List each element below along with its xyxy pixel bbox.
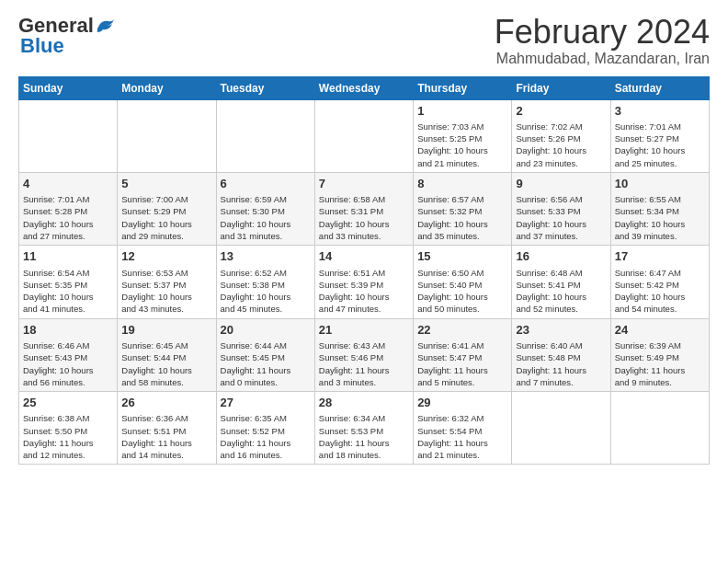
calendar-cell: 7Sunrise: 6:58 AMSunset: 5:31 PMDaylight… — [314, 172, 413, 245]
day-info: Sunrise: 6:59 AMSunset: 5:30 PMDaylight:… — [221, 193, 311, 242]
weekday-header-monday: Monday — [118, 76, 216, 99]
day-info: Sunrise: 6:52 AMSunset: 5:38 PMDaylight:… — [221, 267, 311, 316]
calendar-cell: 1Sunrise: 7:03 AMSunset: 5:25 PMDaylight… — [414, 99, 512, 172]
day-number: 1 — [417, 103, 507, 120]
calendar-cell — [314, 99, 413, 172]
calendar-cell: 25Sunrise: 6:38 AMSunset: 5:50 PMDayligh… — [19, 392, 118, 465]
day-info: Sunrise: 6:34 AMSunset: 5:53 PMDaylight:… — [319, 412, 409, 461]
day-info: Sunrise: 6:32 AMSunset: 5:54 PMDaylight:… — [417, 412, 507, 461]
week-row-1: 1Sunrise: 7:03 AMSunset: 5:25 PMDaylight… — [19, 99, 710, 172]
location: Mahmudabad, Mazandaran, Iran — [495, 51, 710, 67]
calendar-cell: 16Sunrise: 6:48 AMSunset: 5:41 PMDayligh… — [512, 246, 610, 318]
weekday-header-friday: Friday — [512, 76, 610, 99]
calendar-cell: 21Sunrise: 6:43 AMSunset: 5:46 PMDayligh… — [314, 318, 413, 391]
day-number: 9 — [516, 176, 606, 192]
calendar-cell — [118, 99, 216, 172]
calendar-cell: 26Sunrise: 6:36 AMSunset: 5:51 PMDayligh… — [118, 392, 216, 465]
calendar-cell: 11Sunrise: 6:54 AMSunset: 5:35 PMDayligh… — [19, 246, 118, 318]
calendar-cell: 27Sunrise: 6:35 AMSunset: 5:52 PMDayligh… — [216, 392, 314, 465]
day-number: 18 — [23, 322, 113, 339]
calendar-cell: 17Sunrise: 6:47 AMSunset: 5:42 PMDayligh… — [610, 246, 709, 318]
day-info: Sunrise: 6:38 AMSunset: 5:50 PMDaylight:… — [23, 412, 113, 461]
calendar-cell: 9Sunrise: 6:56 AMSunset: 5:33 PMDaylight… — [512, 172, 610, 245]
calendar-page: General Blue February 2024 Mahmudabad, M… — [0, 0, 728, 563]
calendar-cell: 10Sunrise: 6:55 AMSunset: 5:34 PMDayligh… — [610, 172, 709, 245]
logo: General Blue — [18, 14, 116, 58]
day-number: 25 — [23, 395, 113, 411]
calendar-cell: 28Sunrise: 6:34 AMSunset: 5:53 PMDayligh… — [314, 392, 413, 465]
day-info: Sunrise: 6:48 AMSunset: 5:41 PMDaylight:… — [516, 267, 606, 316]
day-number: 28 — [319, 395, 409, 411]
day-info: Sunrise: 6:36 AMSunset: 5:51 PMDaylight:… — [121, 412, 211, 461]
day-number: 26 — [121, 395, 211, 411]
weekday-header-tuesday: Tuesday — [216, 76, 314, 99]
day-number: 27 — [221, 395, 311, 411]
day-info: Sunrise: 6:43 AMSunset: 5:46 PMDaylight:… — [319, 339, 409, 388]
day-number: 4 — [23, 176, 113, 192]
day-number: 2 — [516, 103, 606, 120]
day-number: 23 — [516, 322, 606, 339]
header: General Blue February 2024 Mahmudabad, M… — [18, 14, 710, 67]
day-info: Sunrise: 6:57 AMSunset: 5:32 PMDaylight:… — [417, 193, 507, 242]
day-number: 14 — [319, 248, 409, 265]
calendar-cell: 6Sunrise: 6:59 AMSunset: 5:30 PMDaylight… — [216, 172, 314, 245]
day-number: 29 — [417, 395, 507, 411]
calendar-header: SundayMondayTuesdayWednesdayThursdayFrid… — [19, 76, 710, 99]
calendar-cell: 5Sunrise: 7:00 AMSunset: 5:29 PMDaylight… — [118, 172, 216, 245]
calendar-table: SundayMondayTuesdayWednesdayThursdayFrid… — [18, 76, 710, 465]
day-number: 24 — [615, 322, 705, 339]
day-number: 16 — [516, 248, 606, 265]
day-info: Sunrise: 6:44 AMSunset: 5:45 PMDaylight:… — [221, 339, 311, 388]
day-info: Sunrise: 6:47 AMSunset: 5:42 PMDaylight:… — [615, 267, 705, 316]
day-number: 6 — [221, 176, 311, 192]
day-number: 10 — [615, 176, 705, 192]
day-info: Sunrise: 6:54 AMSunset: 5:35 PMDaylight:… — [23, 267, 113, 316]
day-number: 12 — [121, 248, 211, 265]
day-info: Sunrise: 6:46 AMSunset: 5:43 PMDaylight:… — [23, 339, 113, 388]
logo-bird-icon — [96, 17, 116, 34]
calendar-cell: 29Sunrise: 6:32 AMSunset: 5:54 PMDayligh… — [414, 392, 512, 465]
day-info: Sunrise: 7:00 AMSunset: 5:29 PMDaylight:… — [121, 193, 211, 242]
calendar-cell: 19Sunrise: 6:45 AMSunset: 5:44 PMDayligh… — [118, 318, 216, 391]
day-info: Sunrise: 6:41 AMSunset: 5:47 PMDaylight:… — [417, 339, 507, 388]
day-number: 5 — [121, 176, 211, 192]
day-number: 19 — [121, 322, 211, 339]
day-info: Sunrise: 6:45 AMSunset: 5:44 PMDaylight:… — [121, 339, 211, 388]
weekday-header-sunday: Sunday — [19, 76, 118, 99]
calendar-cell: 22Sunrise: 6:41 AMSunset: 5:47 PMDayligh… — [414, 318, 512, 391]
weekday-header-thursday: Thursday — [414, 76, 512, 99]
day-number: 11 — [23, 248, 113, 265]
day-info: Sunrise: 6:58 AMSunset: 5:31 PMDaylight:… — [319, 193, 409, 242]
day-number: 13 — [221, 248, 311, 265]
day-number: 15 — [417, 248, 507, 265]
calendar-cell: 4Sunrise: 7:01 AMSunset: 5:28 PMDaylight… — [19, 172, 118, 245]
logo-blue: Blue — [20, 34, 64, 58]
calendar-cell: 12Sunrise: 6:53 AMSunset: 5:37 PMDayligh… — [118, 246, 216, 318]
month-title: February 2024 — [495, 14, 710, 51]
day-info: Sunrise: 6:50 AMSunset: 5:40 PMDaylight:… — [417, 267, 507, 316]
day-number: 21 — [319, 322, 409, 339]
weekday-header-row: SundayMondayTuesdayWednesdayThursdayFrid… — [19, 76, 710, 99]
day-info: Sunrise: 6:55 AMSunset: 5:34 PMDaylight:… — [615, 193, 705, 242]
week-row-2: 4Sunrise: 7:01 AMSunset: 5:28 PMDaylight… — [19, 172, 710, 245]
title-section: February 2024 Mahmudabad, Mazandaran, Ir… — [495, 14, 710, 67]
day-info: Sunrise: 7:02 AMSunset: 5:26 PMDaylight:… — [516, 121, 606, 169]
calendar-cell: 8Sunrise: 6:57 AMSunset: 5:32 PMDaylight… — [414, 172, 512, 245]
calendar-cell: 13Sunrise: 6:52 AMSunset: 5:38 PMDayligh… — [216, 246, 314, 318]
day-info: Sunrise: 6:39 AMSunset: 5:49 PMDaylight:… — [615, 339, 705, 388]
day-number: 17 — [615, 248, 705, 265]
calendar-cell: 3Sunrise: 7:01 AMSunset: 5:27 PMDaylight… — [610, 99, 709, 172]
calendar-cell: 20Sunrise: 6:44 AMSunset: 5:45 PMDayligh… — [216, 318, 314, 391]
calendar-body: 1Sunrise: 7:03 AMSunset: 5:25 PMDaylight… — [19, 99, 710, 465]
day-info: Sunrise: 6:56 AMSunset: 5:33 PMDaylight:… — [516, 193, 606, 242]
day-number: 3 — [615, 103, 705, 120]
day-info: Sunrise: 7:01 AMSunset: 5:27 PMDaylight:… — [615, 121, 705, 169]
week-row-5: 25Sunrise: 6:38 AMSunset: 5:50 PMDayligh… — [19, 392, 710, 465]
weekday-header-saturday: Saturday — [610, 76, 709, 99]
day-info: Sunrise: 6:40 AMSunset: 5:48 PMDaylight:… — [516, 339, 606, 388]
week-row-3: 11Sunrise: 6:54 AMSunset: 5:35 PMDayligh… — [19, 246, 710, 318]
day-number: 8 — [417, 176, 507, 192]
calendar-cell: 14Sunrise: 6:51 AMSunset: 5:39 PMDayligh… — [314, 246, 413, 318]
calendar-cell: 23Sunrise: 6:40 AMSunset: 5:48 PMDayligh… — [512, 318, 610, 391]
day-number: 20 — [221, 322, 311, 339]
